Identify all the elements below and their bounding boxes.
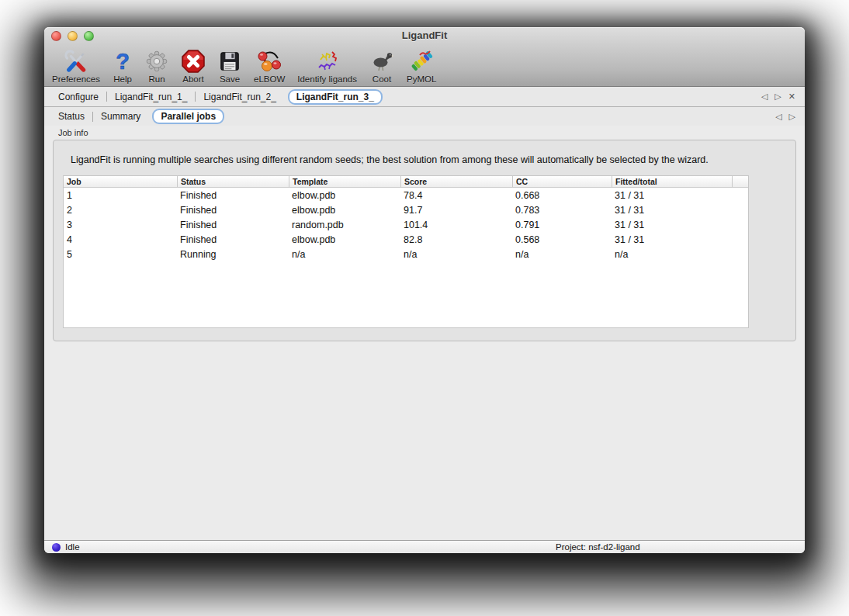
toolbar-label: PyMOL	[407, 74, 436, 85]
cell-status: Running	[177, 249, 289, 260]
cell-score: 82.8	[400, 234, 512, 245]
cell-score: 101.4	[400, 220, 512, 230]
toolbar-label: Help	[113, 74, 132, 85]
column-header-score[interactable]: Score	[400, 176, 512, 187]
window-chrome: LigandFit Preferences	[44, 27, 805, 87]
toolbar-label: eLBOW	[254, 74, 285, 85]
toolbar-label: Abort	[182, 74, 204, 85]
table-row[interactable]: 1 Finished elbow.pdb 78.4 0.668 31 / 31	[64, 188, 748, 202]
cell-cc: 0.791	[512, 220, 612, 230]
cell-template: random.pdb	[289, 220, 400, 230]
table-row[interactable]: 4 Finished elbow.pdb 82.8 0.568 31 / 31	[64, 232, 748, 247]
column-header-cc[interactable]: CC	[512, 176, 612, 187]
cell-score: 78.4	[400, 190, 512, 201]
toolbar-label: Run	[148, 74, 165, 85]
cell-fitted: n/a	[612, 249, 732, 260]
tab-ligandfit-run-2[interactable]: LigandFit_run_2_	[196, 90, 283, 104]
help-icon: ?	[113, 48, 133, 74]
toolbar-label: Preferences	[52, 74, 100, 85]
cell-status: Finished	[177, 220, 289, 230]
toolbar: Preferences ? Help	[44, 44, 805, 87]
run-gear-icon	[145, 48, 168, 74]
cell-template: elbow.pdb	[289, 205, 400, 216]
cell-job: 3	[64, 220, 177, 230]
cell-fitted: 31 / 31	[612, 234, 732, 245]
save-button[interactable]: Save	[215, 48, 244, 85]
cell-status: Finished	[177, 205, 289, 216]
ligandfit-window: LigandFit Preferences	[44, 27, 805, 553]
table-header-row: Job Status Template Score CC Fitted/tota…	[64, 176, 748, 188]
parallel-jobs-table: Job Status Template Score CC Fitted/tota…	[63, 175, 749, 328]
cell-template: elbow.pdb	[289, 234, 400, 245]
identify-ligands-button[interactable]: Identify ligands	[294, 48, 360, 85]
cell-cc: 0.783	[512, 205, 612, 216]
table-row[interactable]: 3 Finished random.pdb 101.4 0.791 31 / 3…	[64, 217, 748, 232]
cell-job: 4	[64, 234, 177, 245]
abort-button[interactable]: Abort	[178, 48, 209, 85]
column-header-status[interactable]: Status	[177, 176, 289, 187]
cell-template: elbow.pdb	[289, 190, 400, 201]
cell-fitted: 31 / 31	[612, 220, 732, 230]
toolbar-label: Coot	[373, 74, 391, 85]
run-button[interactable]: Run	[142, 48, 172, 85]
svg-text:?: ?	[116, 49, 130, 74]
toolbar-label: Identify ligands	[297, 74, 357, 85]
cell-fitted: 31 / 31	[612, 190, 732, 201]
close-tab-icon[interactable]: ✕	[788, 92, 795, 101]
abort-icon	[181, 48, 206, 74]
cell-template: n/a	[289, 249, 400, 260]
cell-score: 91.7	[400, 205, 512, 216]
cell-cc: n/a	[512, 249, 612, 260]
column-header-fitted-total[interactable]: Fitted/total	[612, 176, 732, 187]
pymol-button[interactable]: PyMOL	[404, 48, 439, 85]
elbow-molecule-icon	[257, 48, 282, 74]
column-header-blank	[732, 176, 748, 187]
cell-job: 5	[64, 249, 177, 260]
subtab-status[interactable]: Status	[50, 109, 92, 123]
tab-configure[interactable]: Configure	[50, 90, 106, 104]
prev-subtab-icon[interactable]: ◁	[775, 112, 781, 121]
tab-ligandfit-run-1[interactable]: LigandFit_run_1_	[107, 90, 195, 104]
subtab-parallel-jobs[interactable]: Parallel jobs	[152, 109, 224, 124]
cell-cc: 0.568	[512, 234, 612, 245]
identify-ligands-icon	[315, 48, 340, 74]
column-header-template[interactable]: Template	[289, 176, 400, 187]
window-title: LigandFit	[44, 29, 805, 41]
help-button[interactable]: ? Help	[109, 48, 136, 85]
cell-job: 2	[64, 205, 177, 216]
cell-score: n/a	[400, 249, 512, 260]
coot-bird-icon	[369, 48, 394, 74]
status-indicator-icon	[52, 543, 61, 552]
content-panel: Job info LigandFit is running multiple s…	[44, 126, 805, 539]
cell-job: 1	[64, 190, 177, 201]
cell-status: Finished	[177, 234, 289, 245]
tab-ligandfit-run-3[interactable]: LigandFit_run_3_	[288, 89, 383, 105]
next-subtab-icon[interactable]: ▷	[789, 112, 795, 121]
next-tab-icon[interactable]: ▷	[774, 92, 781, 101]
status-bar: Idle Project: nsf-d2-ligand	[44, 540, 805, 553]
coot-button[interactable]: Coot	[366, 48, 397, 85]
preferences-icon	[64, 48, 88, 74]
run-tabstrip: Configure LigandFit_run_1_ LigandFit_run…	[44, 87, 805, 107]
table-row[interactable]: 2 Finished elbow.pdb 91.7 0.783 31 / 31	[64, 202, 748, 217]
status-text: Idle	[65, 542, 80, 552]
preferences-button[interactable]: Preferences	[49, 48, 103, 85]
column-header-job[interactable]: Job	[64, 176, 177, 187]
table-row[interactable]: 5 Running n/a n/a n/a n/a	[64, 247, 748, 261]
pymol-ribbon-icon	[409, 48, 434, 74]
sub-tabstrip: Status Summary Parallel jobs ◁ ▷	[44, 107, 805, 126]
toolbar-label: Save	[220, 74, 240, 85]
cell-cc: 0.668	[512, 190, 612, 201]
project-label: Project: nsf-d2-ligand	[556, 542, 640, 552]
elbow-button[interactable]: eLBOW	[251, 48, 288, 85]
job-info-groupbox: LigandFit is running multiple searches u…	[53, 140, 796, 341]
titlebar[interactable]: LigandFit	[44, 27, 805, 44]
wizard-message: LigandFit is running multiple searches u…	[71, 154, 709, 165]
prev-tab-icon[interactable]: ◁	[761, 92, 768, 101]
subtab-summary[interactable]: Summary	[93, 109, 148, 123]
job-info-group-label: Job info	[58, 128, 88, 137]
cell-status: Finished	[177, 190, 289, 201]
cell-fitted: 31 / 31	[612, 205, 732, 216]
save-floppy-icon	[218, 48, 241, 74]
